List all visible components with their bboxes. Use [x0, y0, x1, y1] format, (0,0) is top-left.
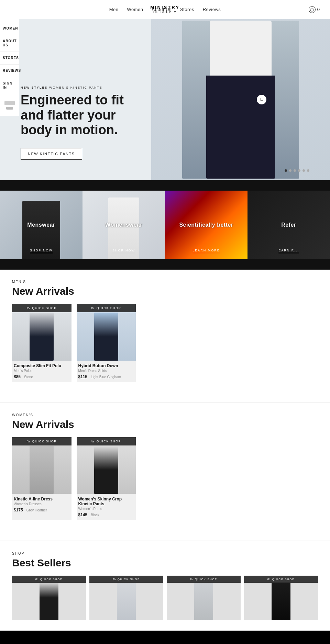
- hero-cta-button[interactable]: NEW KINETIC PANTS: [21, 148, 82, 160]
- cart-count: 0: [317, 7, 320, 12]
- size-badge[interactable]: L: [257, 95, 266, 104]
- bs-image-2: 🛍 QUICK SHOP: [89, 576, 163, 620]
- bs-card-1: 🛍 QUICK SHOP: [12, 576, 86, 620]
- polo-category: Men's Polos: [14, 369, 70, 373]
- cart-widget[interactable]: ◯ 0: [309, 6, 320, 13]
- hero-dots: [285, 169, 309, 172]
- mens-product-grid: 🛍 QUICK SHOP Composite Slim Fit Polo Men…: [12, 304, 136, 382]
- w-pants-price: $145: [78, 512, 88, 517]
- w-pants-quick-shop[interactable]: 🛍 QUICK SHOP: [77, 437, 136, 445]
- category-tile-womenswear[interactable]: Womenswear SHOP NOW: [82, 191, 165, 259]
- bs-quick-shop-2[interactable]: 🛍 QUICK SHOP: [89, 576, 163, 583]
- bs-qs-label-2: QUICK SHOP: [118, 578, 140, 581]
- bs-qs-label-4: QUICK SHOP: [272, 578, 295, 581]
- hero-product-label: WOMEN'S KINETIC PANTS: [49, 86, 102, 89]
- bs-quick-shop-1[interactable]: 🛍 QUICK SHOP: [12, 576, 86, 583]
- polo-price-row: $85 Stone: [14, 374, 70, 379]
- side-nav-scroll: [0, 98, 19, 112]
- brand-name: MINISTRY: [150, 5, 180, 10]
- w-pants-quick-shop-label: QUICK SHOP: [97, 440, 121, 443]
- hero-background: [151, 19, 330, 180]
- bs-cart-icon-2: 🛍: [113, 578, 116, 581]
- category-section: Menswear SHOP NOW Womenswear SHOP NOW Sc…: [0, 180, 330, 270]
- refer-cta[interactable]: EARN R...: [278, 249, 299, 253]
- polo-figure: [30, 313, 54, 361]
- bs-fig-inner-3: [194, 583, 213, 620]
- brand-logo[interactable]: MINISTRY OF SUPPLY: [150, 5, 180, 14]
- cart-icon: ◯: [309, 6, 316, 13]
- w-pants-variant: Black: [91, 513, 99, 517]
- hero-dot-4[interactable]: [298, 169, 300, 172]
- cart-icon-small: 🛍: [27, 306, 31, 310]
- cart-icon-small-4: 🛍: [91, 440, 95, 443]
- hero-dot-5[interactable]: [302, 169, 305, 172]
- polo-info: Composite Slim Fit Polo Men's Polos $85 …: [12, 361, 72, 382]
- bs-card-2: 🛍 QUICK SHOP: [89, 576, 163, 620]
- hero-eyebrow: NEW STYLES WOMEN'S KINETIC PANTS: [21, 86, 138, 89]
- polo-image: [12, 304, 72, 361]
- side-nav-women[interactable]: WOMEN: [0, 22, 19, 35]
- dress-category: Women's Dresses: [14, 502, 70, 506]
- nav-women[interactable]: Women: [127, 7, 143, 12]
- bs-image-1: 🛍 QUICK SHOP: [12, 576, 86, 620]
- bs-fig-inner-2: [117, 583, 136, 620]
- side-nav-about[interactable]: ABOUT US: [0, 35, 19, 52]
- cart-icon-small-3: 🛍: [27, 440, 31, 443]
- shirt-price-row: $115 Light Blue Gingham: [78, 374, 134, 379]
- shirt-category: Men's Dress Shirts: [78, 369, 134, 373]
- refer-label: Refer: [281, 222, 296, 228]
- side-nav-reviews[interactable]: REVIEWS: [0, 65, 19, 77]
- dress-quick-shop[interactable]: 🛍 QUICK SHOP: [12, 437, 72, 445]
- bs-quick-shop-4[interactable]: 🛍 QUICK SHOP: [244, 576, 318, 583]
- hero-dot-6[interactable]: [307, 169, 309, 172]
- nav-stores[interactable]: Stores: [180, 7, 194, 12]
- hero-dot-2[interactable]: [289, 169, 292, 172]
- side-nav-stores[interactable]: STORES: [0, 52, 19, 65]
- header: Men Women About Us Stores Reviews MINIST…: [0, 0, 330, 19]
- science-cta[interactable]: LEARN MORE: [192, 249, 220, 253]
- dress-figure: [30, 446, 54, 494]
- womenswear-label: Womenswear: [105, 222, 142, 228]
- womenswear-cta[interactable]: SHOP NOW: [112, 249, 135, 253]
- bs-cart-icon-1: 🛍: [35, 578, 39, 581]
- category-tiles: Menswear SHOP NOW Womenswear SHOP NOW Sc…: [0, 191, 330, 259]
- hero-headline: Engineered to fit and flatter your body …: [21, 93, 138, 138]
- w-pants-category: Women's Pants: [78, 507, 134, 511]
- bs-quick-shop-3[interactable]: 🛍 QUICK SHOP: [167, 576, 241, 583]
- hero-product-image: [182, 21, 299, 179]
- hero-new-styles: NEW STYLES: [21, 86, 48, 89]
- bs-cart-icon-4: 🛍: [267, 578, 271, 581]
- bs-fig-inner-4: [272, 583, 290, 620]
- nav-men[interactable]: Men: [109, 7, 119, 12]
- category-tile-menswear[interactable]: Menswear SHOP NOW: [0, 191, 82, 259]
- cart-icon-small-2: 🛍: [91, 306, 95, 310]
- side-nav-sign-in[interactable]: SIGN IN: [0, 77, 19, 94]
- shirt-quick-shop[interactable]: 🛍 QUICK SHOP: [77, 304, 136, 312]
- science-label: Scientifically better: [179, 222, 233, 228]
- hero-dot-3[interactable]: [294, 169, 296, 172]
- bs-qs-label-3: QUICK SHOP: [195, 578, 217, 581]
- hero-section: L NEW STYLES WOMEN'S KINETIC PANTS Engin…: [0, 19, 330, 180]
- polo-quick-shop[interactable]: 🛍 QUICK SHOP: [12, 304, 72, 312]
- bs-card-3: 🛍 QUICK SHOP: [167, 576, 241, 620]
- mens-new-arrivals-section: MEN'S New Arrivals 🛍 QUICK SHOP Composit…: [0, 270, 330, 403]
- w-pants-info: Women's Skinny Crop Kinetic Pants Women'…: [77, 494, 136, 520]
- category-tile-refer[interactable]: Refer EARN R...: [248, 191, 330, 259]
- womens-new-arrivals-section: WOMEN'S New Arrivals 🛍 QUICK SHOP Kineti…: [0, 403, 330, 541]
- nav-reviews[interactable]: Reviews: [203, 7, 221, 12]
- best-sellers-title: Best Sellers: [12, 557, 318, 569]
- w-pants-figure: [94, 446, 118, 494]
- shirt-name: Hybrid Button Down: [78, 363, 134, 368]
- product-card-shirt: 🛍 QUICK SHOP Hybrid Button Down Men's Dr…: [77, 304, 136, 382]
- womens-section-title: New Arrivals: [12, 419, 318, 430]
- mens-eyebrow: MEN'S: [12, 280, 318, 284]
- w-pants-image: [77, 437, 136, 494]
- mens-section-title: New Arrivals: [12, 285, 318, 297]
- hero-dot-1[interactable]: [285, 169, 287, 172]
- shirt-info: Hybrid Button Down Men's Dress Shirts $1…: [77, 361, 136, 382]
- bs-qs-label-1: QUICK SHOP: [40, 578, 63, 581]
- category-tile-science[interactable]: Scientifically better LEARN MORE: [165, 191, 248, 259]
- hero-content: NEW STYLES WOMEN'S KINETIC PANTS Enginee…: [21, 86, 138, 160]
- menswear-cta[interactable]: SHOP NOW: [30, 249, 53, 253]
- dress-price-row: $175 Grey Heather: [14, 508, 70, 512]
